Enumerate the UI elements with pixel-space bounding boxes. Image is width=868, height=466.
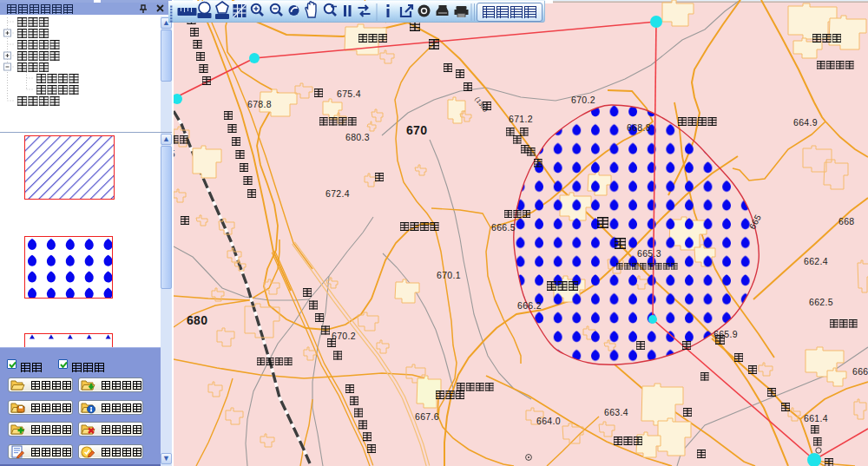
- svg-text:666.2: 666.2: [517, 300, 542, 311]
- svg-text:667.6: 667.6: [415, 411, 439, 422]
- svg-text:662.4: 662.4: [804, 256, 828, 266]
- svg-text:662.5: 662.5: [809, 297, 833, 307]
- svg-text:664.9: 664.9: [793, 117, 818, 128]
- svg-text:670.1: 670.1: [437, 270, 461, 280]
- svg-text:680.3: 680.3: [345, 132, 370, 142]
- svg-text:668.8: 668.8: [627, 122, 651, 133]
- svg-text:665.3: 665.3: [637, 248, 661, 259]
- svg-text:663.4: 663.4: [604, 407, 628, 417]
- svg-text:668: 668: [838, 216, 854, 226]
- svg-text:671.2: 671.2: [509, 114, 533, 124]
- svg-text:678.8: 678.8: [247, 99, 272, 109]
- svg-text:664.0: 664.0: [536, 416, 561, 426]
- svg-text:666.5: 666.5: [491, 222, 516, 233]
- svg-text:670: 670: [406, 123, 427, 137]
- svg-text:672.4: 672.4: [326, 188, 350, 199]
- svg-text:661.4: 661.4: [804, 413, 828, 423]
- svg-text:666: 666: [852, 366, 868, 377]
- svg-text:680: 680: [187, 313, 207, 327]
- svg-text:670.2: 670.2: [571, 95, 595, 105]
- svg-text:675.4: 675.4: [337, 89, 361, 99]
